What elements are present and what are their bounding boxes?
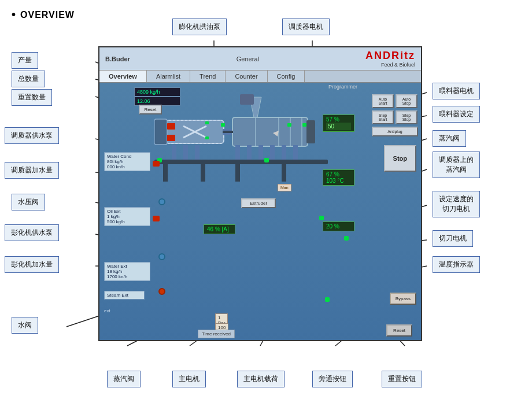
topbar-user: B.Buder — [105, 56, 130, 62]
indicator-2 — [264, 158, 269, 162]
step-start-btn[interactable]: StepStart — [372, 110, 394, 124]
andritz-logo: ANDRitz — [365, 50, 415, 62]
auto-stop-btn[interactable]: AutoStop — [396, 94, 418, 108]
label-feeder-motor: 喂料器电机 — [433, 83, 480, 99]
pct2-temp: 103 °C — [326, 178, 351, 184]
pct-display-4: 20 % — [323, 221, 354, 231]
topbar-general: General — [237, 56, 259, 62]
label-feeder-setting: 喂料器设定 — [433, 106, 480, 123]
svg-rect-35 — [306, 120, 315, 143]
pct4-label: 20 % — [326, 223, 351, 230]
water-ext-val1: 18 kg/h — [107, 269, 147, 274]
tab-config[interactable]: Config — [268, 71, 305, 82]
red-indicator-1 — [153, 161, 160, 167]
overview-title: OVERVIEW — [20, 10, 75, 20]
label-bottom-bypass: 旁通按钮 — [312, 371, 353, 387]
ext-label: ext — [104, 308, 110, 313]
svg-rect-37 — [223, 131, 233, 133]
label-expander-water-pump: 彭化机供水泵 — [5, 224, 59, 241]
svg-rect-39 — [302, 123, 306, 127]
svg-rect-60 — [205, 136, 209, 139]
overview-header: • OVERVIEW — [12, 8, 75, 21]
water-ext-label: Water Ext — [107, 264, 147, 269]
pct3-label: 46 % [A] — [207, 226, 232, 232]
pct1-val: 50 — [326, 123, 351, 130]
bypass-button[interactable]: Bypass — [390, 293, 416, 305]
step-buttons-row: StepStart StepStop — [372, 110, 418, 124]
pct2-label: 67 % — [326, 171, 351, 178]
label-bottom-main-motor: 主电机 — [172, 371, 206, 387]
screen-content: Programmer 4809 kg/h 12.06 Reset Water C… — [99, 83, 421, 341]
pct1-label: 57 % — [326, 116, 351, 123]
pct-display-3: 46 % [A] — [204, 224, 235, 234]
label-conditioner-water-add: 调质器加水量 — [5, 162, 59, 179]
svg-rect-56 — [201, 164, 205, 182]
svg-rect-46 — [183, 145, 188, 160]
main-screen: B.Buder General ANDRitz Feed & Biofuel O… — [98, 46, 422, 341]
svg-rect-30 — [232, 117, 308, 146]
svg-rect-55 — [163, 164, 168, 182]
label-cutter-motor: 切刀电机 — [433, 230, 473, 247]
bullet: • — [12, 8, 16, 21]
svg-rect-57 — [235, 164, 240, 182]
oil-ext-box: Oil Ext 1 kg/h 500 kg/h — [104, 207, 150, 226]
water-cond-label: Water Cond — [107, 154, 147, 159]
svg-rect-42 — [167, 135, 175, 141]
valve-symbol-3 — [158, 288, 165, 295]
label-reset-count: 重置数量 — [12, 89, 52, 106]
water-cond-val1: 80t kg/h — [107, 159, 147, 164]
pct-display-1: 57 % 50 — [323, 114, 354, 132]
label-production: 产量 — [12, 52, 38, 69]
pct-display-2: 67 % 103 °C — [323, 169, 354, 186]
tab-counter[interactable]: Counter — [226, 71, 267, 82]
tab-alarmlist[interactable]: Alarmlist — [147, 71, 190, 82]
label-expander-water-add: 彭化机加水量 — [5, 256, 59, 273]
time-received-label: Time received — [198, 330, 235, 338]
stop-button[interactable]: Stop — [384, 145, 416, 172]
indicator-3 — [319, 216, 324, 220]
red-indicator-2 — [153, 216, 160, 221]
water-cond-box: Water Cond 80t kg/h 000 kn/h — [104, 152, 150, 171]
top-label-pumping: 膨化机拱油泵 — [172, 19, 227, 35]
andritz-sub: Feed & Biofuel — [381, 62, 415, 68]
step-stop-btn[interactable]: StepStop — [396, 110, 418, 124]
label-steam-valve-right: 蒸汽阀 — [433, 130, 466, 147]
svg-rect-45 — [172, 145, 176, 160]
oil-ext-val1: 1 kg/h — [107, 214, 147, 219]
label-total-count: 总数量 — [12, 71, 45, 87]
man-indicator: Man — [278, 184, 291, 191]
screen-topbar: B.Buder General ANDRitz Feed & Biofuel — [99, 47, 421, 71]
indicator-5 — [325, 297, 330, 302]
svg-rect-36 — [154, 119, 167, 145]
antiplug-btn[interactable]: Antiplug — [372, 127, 418, 136]
indicator-4 — [344, 236, 349, 241]
tab-overview[interactable]: Overview — [99, 71, 147, 82]
svg-rect-54 — [154, 160, 328, 164]
svg-rect-58 — [282, 164, 286, 182]
label-conditioner-steam: 调质器上的 蒸汽阀 — [433, 152, 480, 178]
water-ext-val2: 1700 kn/h — [107, 274, 147, 279]
tab-trend[interactable]: Trend — [190, 71, 226, 82]
top-label-motor: 调质器电机 — [282, 19, 330, 35]
auto-start-btn[interactable]: AutoStart — [372, 94, 394, 108]
valve-symbol-1 — [158, 198, 165, 205]
oil-ext-label: Oil Ext — [107, 209, 147, 214]
label-temp-indicator: 温度指示器 — [433, 256, 480, 273]
svg-rect-44 — [240, 94, 254, 105]
label-water-valve: 水压阀 — [12, 194, 45, 210]
water-ext-box: Water Ext 18 kg/h 1700 kn/h — [104, 262, 150, 281]
label-bottom-steam-valve: 蒸汽阀 — [107, 371, 141, 387]
brand-area: ANDRitz Feed & Biofuel — [365, 50, 415, 68]
label-cutter-speed: 设定速度的 切刀电机 — [433, 191, 480, 217]
label-bottom-reset: 重置按钮 — [382, 371, 422, 387]
oil-ext-val2: 500 kg/h — [107, 219, 147, 224]
steam-ext-label: Steam Ext — [104, 291, 145, 300]
label-bottom-main-load: 主电机载荷 — [237, 371, 285, 387]
programmer-label: Programmer — [328, 84, 357, 90]
extruder-label: Extruder — [241, 198, 276, 208]
auto-buttons-row: AutoStart AutoStop — [372, 94, 418, 108]
svg-rect-47 — [195, 145, 200, 160]
water-cond-val2: 000 kn/h — [107, 164, 147, 169]
reset-area-button[interactable]: Reset — [386, 324, 412, 337]
svg-rect-41 — [167, 123, 175, 130]
